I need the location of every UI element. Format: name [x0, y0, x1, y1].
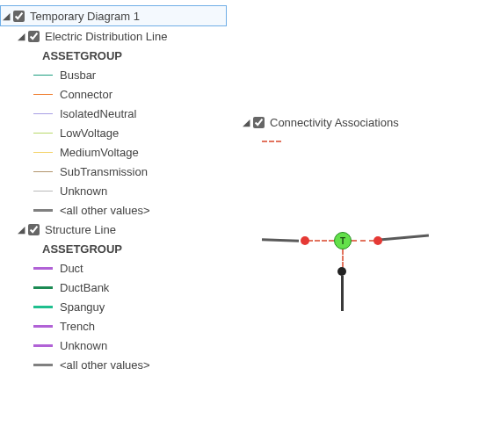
line-swatch-icon — [33, 133, 53, 134]
legend-label: DuctBank — [60, 281, 109, 294]
legend-item: Connector — [0, 84, 227, 104]
legend-item: <all other values> — [0, 355, 227, 374]
legend-item: Spanguy — [0, 297, 227, 316]
legend-item: <all other values> — [0, 200, 227, 220]
legend-item: LowVoltage — [0, 123, 227, 142]
legend-label: <all other values> — [60, 204, 150, 217]
diagram-node-red-icon — [301, 236, 309, 245]
diagram-dash-icon — [352, 240, 374, 242]
legend-item: DuctBank — [0, 278, 227, 297]
line-swatch-icon — [33, 364, 53, 366]
diagram-node-label: T — [340, 236, 345, 246]
tree-root[interactable]: ◢ Temporary Diagram 1 — [0, 5, 227, 26]
root-label: Temporary Diagram 1 — [30, 10, 140, 23]
layer-electric-distribution[interactable]: ◢ Electric Distribution Line — [0, 26, 227, 46]
heading-label: ASSETGROUP — [42, 49, 122, 62]
legend-label: Connector — [60, 88, 112, 101]
legend-item: MediumVoltage — [0, 142, 227, 162]
chevron-down-icon[interactable]: ◢ — [1, 11, 11, 22]
layer-tree-panel: ◢ Temporary Diagram 1 ◢ Electric Distrib… — [0, 0, 227, 374]
line-swatch-icon — [33, 286, 53, 289]
diagram-wire-icon — [380, 235, 429, 242]
diagram-node-red-icon — [374, 236, 382, 245]
heading-label: ASSETGROUP — [42, 242, 122, 256]
layer-connectivity-associations[interactable]: ◢ Connectivity Associations — [241, 112, 478, 132]
chevron-down-icon[interactable]: ◢ — [241, 117, 251, 128]
line-swatch-icon — [33, 325, 53, 328]
line-swatch-icon — [33, 209, 53, 212]
legend-item: Duct — [0, 258, 227, 278]
legend-label: IsolatedNeutral — [60, 107, 136, 120]
line-swatch-icon — [33, 152, 53, 153]
legend-label: Busbar — [60, 69, 96, 82]
legend-item: Busbar — [0, 65, 227, 84]
line-swatch-icon — [33, 306, 53, 308]
line-swatch-icon — [33, 113, 53, 114]
legend-label: LowVoltage — [60, 126, 119, 140]
legend-item: Trench — [0, 316, 227, 336]
legend-item: Unknown — [0, 181, 227, 200]
legend-label: Unknown — [60, 339, 107, 352]
root-checkbox[interactable] — [13, 11, 25, 22]
diagram-node-green-icon: T — [334, 232, 352, 249]
legend-item: Unknown — [0, 336, 227, 355]
diagram-dash-icon — [308, 240, 334, 242]
legend-label: Trench — [60, 320, 95, 333]
legend-item: SubTransmission — [0, 162, 227, 181]
legend-label: MediumVoltage — [60, 146, 139, 159]
line-swatch-icon — [262, 141, 281, 142]
layer-label: Structure Line — [45, 223, 116, 236]
chevron-down-icon[interactable]: ◢ — [16, 224, 26, 235]
legend-label: Spanguy — [60, 300, 105, 314]
legend-item: IsolatedNeutral — [0, 104, 227, 123]
layer-checkbox[interactable] — [28, 224, 40, 235]
line-swatch-icon — [33, 191, 53, 191]
group-heading: ◢ ASSETGROUP — [0, 239, 227, 258]
connectivity-diagram: T — [262, 213, 438, 318]
line-swatch-icon — [33, 75, 53, 76]
legend-label: <all other values> — [60, 358, 150, 372]
line-swatch-icon — [33, 171, 53, 172]
chevron-down-icon[interactable]: ◢ — [16, 31, 26, 42]
legend-label: Duct — [60, 262, 83, 275]
diagram-wire-icon — [262, 238, 299, 242]
legend-label: SubTransmission — [60, 165, 148, 178]
layer-tree-panel-right: ◢ Connectivity Associations T — [241, 0, 478, 374]
line-swatch-icon — [33, 94, 53, 95]
layer-structure-line[interactable]: ◢ Structure Line — [0, 220, 227, 239]
diagram-node-black-icon — [337, 267, 346, 276]
layer-checkbox[interactable] — [28, 31, 40, 42]
line-swatch-icon — [33, 267, 53, 270]
group-heading: ◢ ASSETGROUP — [0, 46, 227, 65]
legend-label: Unknown — [60, 184, 107, 198]
diagram-dash-icon — [342, 249, 344, 267]
legend-item — [241, 132, 478, 151]
layer-label: Electric Distribution Line — [45, 30, 167, 43]
diagram-wire-icon — [341, 276, 344, 311]
layer-label: Connectivity Associations — [270, 116, 399, 129]
layer-checkbox[interactable] — [253, 117, 265, 128]
line-swatch-icon — [33, 344, 53, 347]
